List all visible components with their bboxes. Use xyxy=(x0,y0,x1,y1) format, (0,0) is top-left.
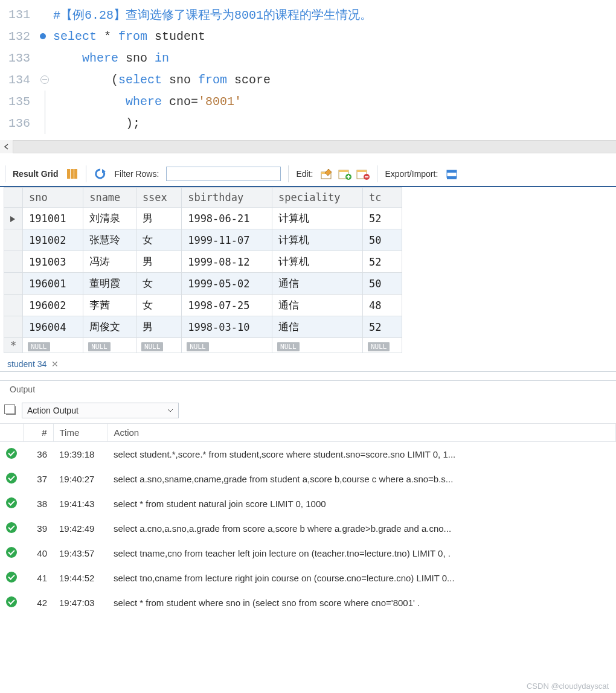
cell[interactable]: 1998-07-25 xyxy=(182,295,272,316)
table-row[interactable]: 196001董明霞女1999-05-02通信50 xyxy=(4,273,402,295)
new-row-marker[interactable]: * xyxy=(4,338,23,353)
add-row-icon[interactable] xyxy=(338,167,351,180)
code-content[interactable]: where sno in xyxy=(53,51,169,65)
cell[interactable]: 1999-05-02 xyxy=(182,273,272,295)
cell[interactable]: 1999-08-12 xyxy=(182,251,272,273)
cell[interactable]: 刘清泉 xyxy=(83,208,136,229)
cell[interactable]: 52 xyxy=(362,316,402,338)
output-type-select[interactable]: Action Output xyxy=(22,403,179,418)
code-line[interactable]: 133 where sno in xyxy=(0,47,616,69)
sql-editor[interactable]: 131#【例6.28】查询选修了课程号为8001的课程的学生情况。132sele… xyxy=(0,0,616,140)
grid-view-icon[interactable] xyxy=(65,167,79,180)
cell[interactable]: 191001 xyxy=(23,208,83,229)
fold-gutter[interactable] xyxy=(36,112,53,134)
cell[interactable]: 张慧玲 xyxy=(83,229,136,251)
edit-row-icon[interactable] xyxy=(320,167,333,180)
column-header[interactable]: speciality xyxy=(272,188,363,208)
cell[interactable]: 通信 xyxy=(272,316,363,338)
cell[interactable]: 196004 xyxy=(23,316,83,338)
fold-collapse-icon[interactable] xyxy=(40,75,49,84)
code-line[interactable]: 134 (select sno from score xyxy=(0,69,616,91)
cell[interactable]: 52 xyxy=(362,208,402,229)
cell[interactable]: 李茜 xyxy=(83,295,136,316)
cell[interactable]: 计算机 xyxy=(272,208,363,229)
column-header[interactable]: sname xyxy=(83,188,136,208)
svg-rect-1 xyxy=(71,169,74,179)
code-content[interactable]: where cno='8001' xyxy=(53,95,242,109)
column-header[interactable]: ssex xyxy=(136,188,181,208)
windows-icon[interactable] xyxy=(6,406,16,415)
breakpoint-icon[interactable] xyxy=(40,33,46,39)
new-row[interactable]: *NULLNULLNULLNULLNULLNULL xyxy=(4,338,402,353)
cell[interactable]: 1998-06-21 xyxy=(182,208,272,229)
action-row[interactable]: 3819:41:43select * from student natural … xyxy=(0,491,616,516)
cell[interactable]: 50 xyxy=(362,273,402,295)
table-row[interactable]: 191001刘清泉男1998-06-21计算机52 xyxy=(4,208,402,229)
cell[interactable]: 董明霞 xyxy=(83,273,136,295)
cell[interactable]: 男 xyxy=(136,316,181,338)
export-import-icon[interactable] xyxy=(445,167,458,180)
cell[interactable]: 周俊文 xyxy=(83,316,136,338)
action-row[interactable]: 4119:44:52select tno,cname from lecture … xyxy=(0,566,616,590)
code-content[interactable]: select * from student xyxy=(53,30,205,43)
result-tabbar: student 34 ✕ xyxy=(0,353,616,371)
cell[interactable]: 男 xyxy=(136,208,181,229)
column-header[interactable]: tc xyxy=(362,188,402,208)
cell[interactable]: 男 xyxy=(136,251,181,273)
action-time: 19:40:27 xyxy=(53,467,107,491)
cell[interactable]: 1999-11-07 xyxy=(182,229,272,251)
action-row[interactable]: 3919:42:49select a.cno,a.sno,a.grade fro… xyxy=(0,516,616,541)
code-content[interactable]: ); xyxy=(53,117,140,130)
table-row[interactable]: 191003冯涛男1999-08-12计算机52 xyxy=(4,251,402,273)
cell[interactable]: 52 xyxy=(362,251,402,273)
current-row-icon[interactable] xyxy=(4,208,23,229)
col-action: Action xyxy=(107,424,616,442)
cell[interactable]: 191003 xyxy=(23,251,83,273)
code-line[interactable]: 136 ); xyxy=(0,112,616,134)
result-tab[interactable]: student 34 xyxy=(7,359,47,369)
cell[interactable]: 计算机 xyxy=(272,229,363,251)
column-header[interactable]: sbirthday xyxy=(182,188,272,208)
action-row[interactable]: 3619:39:18select student.*,score.* from … xyxy=(0,442,616,467)
cell[interactable]: 通信 xyxy=(272,273,363,295)
cell[interactable]: 196002 xyxy=(23,295,83,316)
action-row[interactable]: 4219:47:03select * from student where sn… xyxy=(0,590,616,615)
code-line[interactable]: 132select * from student xyxy=(0,25,616,47)
cell[interactable]: 196001 xyxy=(23,273,83,295)
cell[interactable]: 1998-03-10 xyxy=(182,316,272,338)
status-ok-icon xyxy=(6,448,17,459)
code-line[interactable]: 135 where cno='8001' xyxy=(0,91,616,112)
table-row[interactable]: 196002李茜女1998-07-25通信48 xyxy=(4,295,402,316)
cell[interactable]: 计算机 xyxy=(272,251,363,273)
code-line[interactable]: 131#【例6.28】查询选修了课程号为8001的课程的学生情况。 xyxy=(0,4,616,25)
column-header[interactable]: sno xyxy=(23,188,83,208)
code-content[interactable]: #【例6.28】查询选修了课程号为8001的课程的学生情况。 xyxy=(53,7,372,23)
fold-gutter[interactable] xyxy=(36,75,53,84)
cell[interactable]: 冯涛 xyxy=(83,251,136,273)
filter-rows-input[interactable] xyxy=(166,167,281,181)
line-number: 134 xyxy=(0,73,36,87)
action-row[interactable]: 4019:43:57select tname,cno from teacher … xyxy=(0,541,616,566)
cell[interactable]: 女 xyxy=(136,229,181,251)
table-row[interactable]: 196004周俊文男1998-03-10通信52 xyxy=(4,316,402,338)
delete-row-icon[interactable] xyxy=(356,167,370,180)
cell[interactable]: 女 xyxy=(136,295,181,316)
output-type-label: Action Output xyxy=(27,406,79,415)
scrollbar-track[interactable] xyxy=(13,141,616,153)
close-tab-icon[interactable]: ✕ xyxy=(51,359,59,369)
cell[interactable]: 48 xyxy=(362,295,402,316)
cell[interactable]: 191002 xyxy=(23,229,83,251)
fold-gutter[interactable] xyxy=(36,91,53,112)
result-grid-table[interactable]: snosnamessexsbirthdayspecialitytc 191001… xyxy=(4,187,402,353)
cell[interactable]: 女 xyxy=(136,273,181,295)
cell[interactable]: 通信 xyxy=(272,295,363,316)
refresh-icon[interactable] xyxy=(94,167,107,180)
editor-horizontal-scrollbar[interactable] xyxy=(0,140,616,153)
panel-divider[interactable] xyxy=(0,371,616,381)
action-row[interactable]: 3719:40:27select a.sno,sname,cname,grade… xyxy=(0,467,616,491)
action-output-table[interactable]: # Time Action 3619:39:18select student.*… xyxy=(0,424,616,615)
scroll-left-icon[interactable] xyxy=(0,140,13,153)
table-row[interactable]: 191002张慧玲女1999-11-07计算机50 xyxy=(4,229,402,251)
cell[interactable]: 50 xyxy=(362,229,402,251)
code-content[interactable]: (select sno from score xyxy=(53,73,271,87)
